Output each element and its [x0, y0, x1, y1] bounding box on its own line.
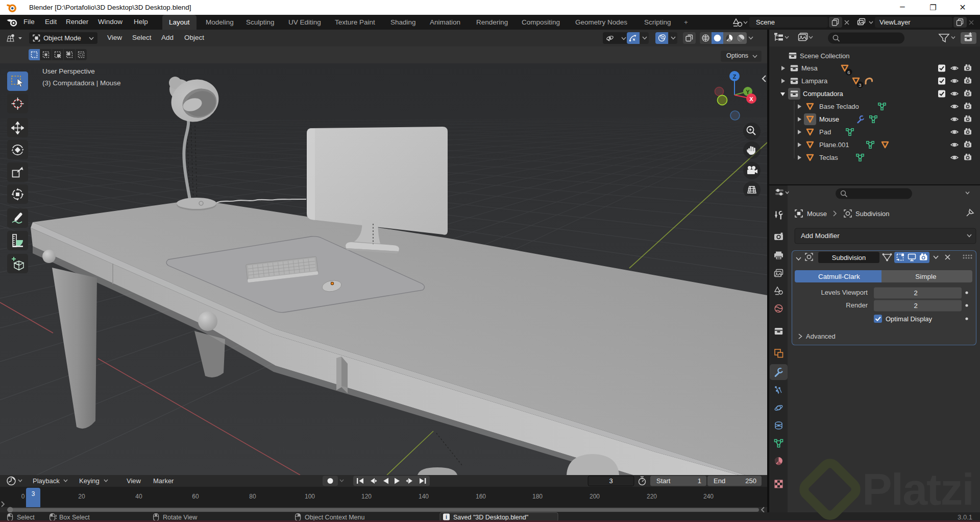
svg-text:20: 20 — [78, 493, 85, 500]
svg-text:Subdivision: Subdivision — [832, 254, 866, 262]
svg-text:Plane.001: Plane.001 — [819, 141, 849, 149]
svg-text:6: 6 — [847, 69, 850, 75]
svg-text:160: 160 — [476, 493, 486, 500]
svg-text:Advanced: Advanced — [806, 333, 836, 340]
svg-text:Computadora: Computadora — [803, 90, 844, 98]
svg-text:End: End — [714, 477, 725, 485]
svg-text:Y: Y — [746, 89, 749, 95]
svg-text:80: 80 — [249, 493, 256, 500]
svg-text:140: 140 — [419, 493, 429, 500]
svg-text:60: 60 — [192, 493, 199, 500]
svg-text:Select: Select — [17, 514, 35, 521]
svg-text:1: 1 — [698, 477, 701, 485]
svg-text:Keying: Keying — [79, 477, 100, 485]
svg-text:0: 0 — [21, 493, 25, 500]
svg-text:250: 250 — [745, 477, 756, 485]
svg-text:i: i — [446, 514, 447, 520]
svg-text:Teclas: Teclas — [819, 154, 838, 161]
svg-text:Catmull-Clark: Catmull-Clark — [818, 273, 860, 280]
svg-text:Simple: Simple — [915, 273, 936, 280]
svg-text:200: 200 — [590, 493, 600, 500]
svg-text:180: 180 — [532, 493, 543, 500]
svg-text:Start: Start — [656, 477, 671, 485]
svg-text:3.0.1: 3.0.1 — [958, 513, 972, 521]
svg-text:Levels Viewport: Levels Viewport — [821, 289, 868, 296]
svg-text:3: 3 — [32, 490, 35, 497]
svg-text:Z: Z — [733, 74, 737, 80]
svg-text:Optimal Display: Optimal Display — [886, 315, 933, 323]
svg-text:Render: Render — [846, 301, 868, 309]
svg-text:Mesa: Mesa — [801, 64, 818, 72]
svg-text:100: 100 — [305, 493, 315, 500]
svg-text:220: 220 — [647, 493, 657, 500]
svg-text:3: 3 — [609, 477, 612, 485]
svg-text:40: 40 — [135, 493, 142, 500]
svg-text:Playback: Playback — [33, 477, 60, 485]
svg-text:3: 3 — [859, 82, 861, 88]
svg-text:Lampara: Lampara — [801, 77, 828, 85]
svg-text:Saved "3D Desktop.blend": Saved "3D Desktop.blend" — [453, 514, 528, 521]
svg-text:240: 240 — [703, 493, 714, 500]
svg-text:Object Context Menu: Object Context Menu — [305, 514, 364, 521]
svg-text:Marker: Marker — [153, 477, 174, 485]
svg-text:Rotate View: Rotate View — [163, 514, 198, 521]
svg-text:2: 2 — [914, 289, 917, 297]
svg-text:Add Modifier: Add Modifier — [801, 232, 840, 240]
svg-text:Mouse: Mouse — [807, 210, 827, 218]
svg-text:120: 120 — [361, 493, 372, 500]
svg-text:View: View — [127, 477, 141, 485]
svg-text:2: 2 — [914, 302, 917, 310]
svg-text:Base Teclado: Base Teclado — [819, 103, 859, 110]
svg-text:X: X — [749, 96, 753, 102]
svg-text:Box Select: Box Select — [59, 514, 90, 521]
svg-text:Subdivision: Subdivision — [855, 210, 890, 218]
svg-text:Scene Collection: Scene Collection — [800, 52, 850, 60]
svg-text:Pad: Pad — [819, 128, 831, 136]
svg-text:Mouse: Mouse — [819, 115, 839, 123]
